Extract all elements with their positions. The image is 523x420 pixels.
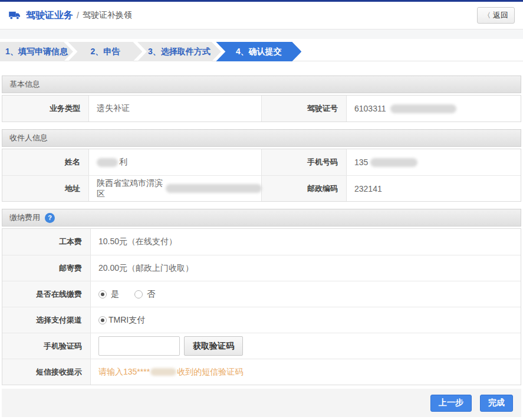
footer-action-bar: 上一步 完成: [2, 389, 521, 417]
page-header: 驾驶证业务 / 驾驶证补换领 〈 返回: [0, 2, 523, 29]
section-title: 缴纳费用: [9, 212, 40, 223]
redacted-blur: [166, 184, 262, 193]
sms-hint-label: 短信接收提示: [2, 359, 91, 385]
phone-value: 135: [347, 149, 521, 175]
fees-table: 工本费 10.50元（在线支付） 邮寄费 20.00元（邮政上门收取） 是否在线…: [2, 228, 521, 385]
chevron-left-icon: 〈: [483, 11, 491, 21]
license-no-value: 6103311: [347, 96, 521, 122]
table-row: 邮寄费 20.00元（邮政上门收取）: [2, 255, 521, 281]
radio-tmri-label: TMRI支付: [108, 315, 145, 326]
online-pay-label: 是否在线缴费: [2, 281, 91, 307]
cost-fee-value: 10.50元（在线支付）: [91, 229, 521, 255]
section-header-recipient-info: 收件人信息: [2, 129, 521, 147]
previous-step-button[interactable]: 上一步: [430, 395, 472, 412]
step-tab-1[interactable]: 1、填写申请信息: [0, 42, 73, 61]
back-button-label: 返回: [493, 10, 508, 21]
postcode-value: 232141: [347, 176, 521, 201]
name-value: 利: [89, 149, 262, 175]
address-label: 地址: [2, 176, 89, 201]
breadcrumb-separator: /: [77, 11, 79, 20]
help-icon[interactable]: ?: [45, 213, 55, 223]
radio-online-pay-yes[interactable]: [98, 290, 107, 298]
sms-code-field: 获取验证码: [91, 333, 521, 359]
section-header-fees: 缴纳费用 ?: [2, 209, 521, 227]
section-title: 基本信息: [9, 79, 40, 90]
redacted-blur: [370, 158, 417, 167]
section-title: 收件人信息: [9, 133, 48, 143]
address-value: 陕西省宝鸡市渭滨区: [89, 176, 262, 201]
table-row: 选择支付渠道 TMRI支付: [2, 307, 521, 333]
back-button[interactable]: 〈 返回: [477, 7, 515, 24]
phone-label: 手机号码: [261, 149, 347, 175]
postcode-label: 邮政编码: [261, 176, 347, 201]
step-tab-2[interactable]: 2、申告: [68, 42, 142, 61]
truck-icon: [8, 11, 21, 20]
section-header-basic-info: 基本信息: [2, 76, 521, 93]
table-row: 是否在线缴费 是 否: [2, 281, 521, 307]
finish-button[interactable]: 完成: [480, 395, 513, 412]
table-row: 业务类型 遗失补证 驾驶证号 6103311: [2, 96, 521, 122]
sms-code-input[interactable]: [98, 336, 180, 356]
main-content: 基本信息 业务类型 遗失补证 驾驶证号 6103311 收件人信息 姓名 利 手…: [0, 61, 523, 385]
breadcrumb-current: 驾驶证补换领: [83, 10, 132, 21]
business-type-label: 业务类型: [2, 96, 89, 122]
radio-tmri-pay[interactable]: [98, 316, 107, 324]
page-title: 驾驶证业务: [26, 9, 73, 22]
redacted-blur: [150, 368, 176, 376]
redacted-blur: [97, 158, 118, 167]
step-tabs: 1、填写申请信息 2、申告 3、选择取件方式 4、确认提交: [0, 39, 523, 61]
step-tab-4-active[interactable]: 4、确认提交: [216, 42, 301, 61]
table-row: 地址 陕西省宝鸡市渭滨区 邮政编码 232141: [2, 175, 521, 201]
sms-hint-text: 请输入135**** 收到的短信验证码: [91, 359, 521, 385]
business-type-value: 遗失补证: [89, 96, 262, 122]
recipient-info-table: 姓名 利 手机号码 135 地址 陕西省宝鸡市渭滨区 邮政编码 232141: [2, 149, 521, 202]
get-code-button[interactable]: 获取验证码: [184, 336, 243, 356]
sms-code-label: 手机验证码: [2, 333, 91, 359]
radio-no-label: 否: [147, 289, 155, 300]
table-row: 工本费 10.50元（在线支付）: [2, 229, 521, 255]
table-row: 手机验证码 获取验证码: [2, 333, 521, 359]
basic-info-table: 业务类型 遗失补证 驾驶证号 6103311: [2, 95, 521, 122]
header-divider-strip: [0, 29, 523, 39]
name-label: 姓名: [2, 149, 89, 175]
cost-fee-label: 工本费: [2, 229, 91, 255]
redacted-blur: [390, 104, 456, 113]
pay-channel-options: TMRI支付: [91, 307, 521, 333]
license-no-label: 驾驶证号: [261, 96, 347, 122]
postage-fee-label: 邮寄费: [2, 255, 91, 281]
online-pay-options: 是 否: [91, 281, 521, 307]
table-row: 姓名 利 手机号码 135: [2, 149, 521, 175]
pay-channel-label: 选择支付渠道: [2, 307, 91, 333]
postage-fee-value: 20.00元（邮政上门收取）: [91, 255, 521, 281]
radio-online-pay-no[interactable]: [134, 290, 143, 298]
table-row: 短信接收提示 请输入135**** 收到的短信验证码: [2, 359, 521, 385]
radio-yes-label: 是: [111, 289, 119, 300]
step-tab-3[interactable]: 3、选择取件方式: [137, 42, 221, 61]
